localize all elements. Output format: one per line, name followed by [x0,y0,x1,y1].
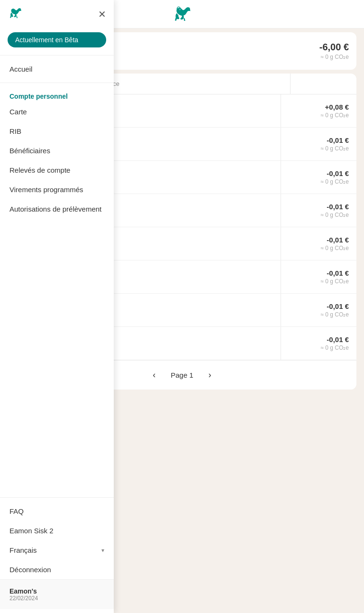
chevron-right-icon: › [209,370,211,380]
tx-amount-cell-0: +0,08 € ≈ 0 g CO₂e [281,94,356,127]
chevron-left-icon: ‹ [153,370,155,380]
nav-divider-1 [0,55,114,56]
tx-co2-2: ≈ 0 g CO₂e [320,178,349,185]
tx-co2-7: ≈ 0 g CO₂e [320,344,349,351]
svg-point-1 [180,9,181,10]
top-transaction-amount: -6,00 € [319,42,349,53]
tx-amount-7: -0,01 € [327,335,349,344]
svg-point-2 [12,9,14,10]
sidebar-item-autorisations[interactable]: Autorisations de prélèvement [0,199,114,219]
pagination-prev-button[interactable]: ‹ [149,368,159,382]
pagination-next-button[interactable]: › [205,368,215,382]
tx-amount-6: -0,01 € [327,302,349,310]
sidebar-item-rib[interactable]: RIB [0,121,114,141]
sidebar-item-logout[interactable]: Déconnexion [0,560,114,579]
sidebar-close-button[interactable]: ✕ [98,9,106,19]
tx-amount-cell-6: -0,01 € ≈ 0 g CO₂e [281,294,356,326]
tx-co2-0: ≈ 0 g CO₂e [320,112,349,119]
tx-amount-cell-2: -0,01 € ≈ 0 g CO₂e [281,161,356,194]
tx-co2-5: ≈ 0 g CO₂e [320,278,349,285]
tx-co2-3: ≈ 0 g CO₂e [320,212,349,218]
dog-logo-icon [172,4,192,25]
sidebar-item-beneficiaires[interactable]: Bénéficiaires [0,141,114,160]
sidebar-item-username[interactable]: Eamon Sisk 2 [0,521,114,540]
tx-co2-1: ≈ 0 g CO₂e [320,145,349,152]
sidebar-item-carte[interactable]: Carte [0,102,114,121]
tx-amount-1: -0,01 € [327,136,349,144]
sidebar-footer: FAQ Eamon Sisk 2 Français ▾ Déconnexion … [0,497,114,613]
language-label: Français [9,546,37,554]
svg-point-0 [178,8,180,9]
pagination-label: Page 1 [171,371,193,379]
sidebar-item-releves[interactable]: Relevés de compte [0,160,114,180]
sidebar-logo [8,6,23,23]
table-header-amount-spacer [290,74,356,94]
tx-co2-4: ≈ 0 g CO₂e [320,245,349,251]
chevron-down-icon: ▾ [101,547,104,554]
nav-divider-2 [0,83,114,83]
tx-amount-cell-3: -0,01 € ≈ 0 g CO₂e [281,194,356,227]
sidebar-user-name: Eamon's [9,587,104,595]
tx-amount-5: -0,01 € [327,269,349,277]
tx-amount-cell-4: -0,01 € ≈ 0 g CO₂e [281,227,356,260]
sidebar-section-compte: Compte personnel [0,87,114,102]
sidebar-user-date: 22/02/2024 [9,595,104,602]
sidebar-header: ✕ [0,0,114,28]
tx-amount-4: -0,01 € [327,236,349,244]
sidebar-item-faq[interactable]: FAQ [0,502,114,521]
tx-amount-2: -0,01 € [327,169,349,177]
tx-amount-cell-1: -0,01 € ≈ 0 g CO₂e [281,128,356,160]
sidebar-user-block: Eamon's 22/02/2024 [0,579,114,609]
tx-amount-3: -0,01 € [327,203,349,211]
top-transaction-co2: ≈ 0 g CO₂e [320,54,349,60]
logo [172,4,192,25]
beta-badge: Actuellement en Bêta [8,32,106,47]
sidebar-item-virements[interactable]: Virements programmés [0,180,114,199]
tx-amount-cell-5: -0,01 € ≈ 0 g CO₂e [281,260,356,293]
tx-co2-6: ≈ 0 g CO₂e [320,311,349,318]
sidebar-item-accueil[interactable]: Accueil [0,59,114,79]
language-selector[interactable]: Français ▾ [0,540,114,560]
tx-amount-cell-7: -0,01 € ≈ 0 g CO₂e [281,327,356,360]
sidebar-dog-icon [8,6,23,21]
sidebar: ✕ Actuellement en Bêta Accueil Compte pe… [0,0,114,613]
tx-amount-0: +0,08 € [325,103,349,111]
table-header-reference: Référence [83,74,290,94]
